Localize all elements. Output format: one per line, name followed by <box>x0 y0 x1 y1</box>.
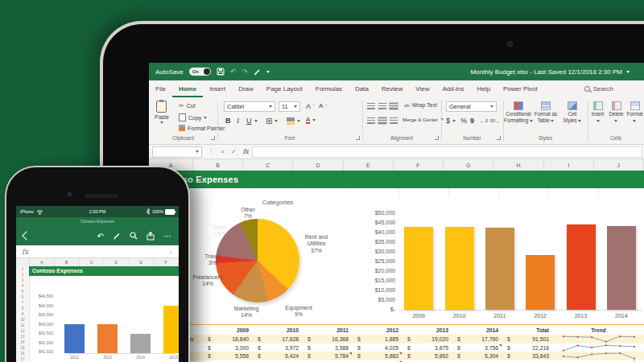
money-cell[interactable]: $3,000 <box>203 343 253 352</box>
undo-icon[interactable]: ↶ <box>230 68 237 76</box>
clipboard-dialog-launcher[interactable] <box>211 136 215 140</box>
phone-column-header-B[interactable]: B <box>55 258 80 266</box>
comma-style-button[interactable]: 9 <box>470 117 474 125</box>
phone-bar-2015[interactable] <box>163 306 179 353</box>
money-cell[interactable]: $17,760 <box>452 335 502 343</box>
trend-cell[interactable] <box>553 335 644 343</box>
bar-2012[interactable] <box>526 255 555 310</box>
tab-page-layout[interactable]: Page Layout <box>260 81 309 97</box>
tab-file[interactable]: File <box>149 81 172 97</box>
money-cell[interactable]: $5,784 <box>303 352 353 360</box>
money-cell[interactable]: $1,885 <box>353 335 402 343</box>
total-cell[interactable]: $91,501 <box>502 335 553 343</box>
font-dialog-launcher[interactable] <box>356 136 360 140</box>
back-icon[interactable] <box>22 231 31 240</box>
title-dropdown-icon[interactable] <box>626 71 630 73</box>
money-cell[interactable]: $4,025 <box>353 343 402 352</box>
qat-dropdown-icon[interactable] <box>266 71 270 73</box>
formula-input[interactable] <box>252 146 642 158</box>
money-cell[interactable]: $17,628 <box>253 335 303 343</box>
copy-button[interactable]: Copy <box>179 113 207 121</box>
tab-data[interactable]: Data <box>349 81 375 97</box>
decrease-decimal-button[interactable]: 00→ <box>490 118 500 123</box>
column-header-D[interactable]: D <box>293 159 343 171</box>
column-header-I[interactable]: I <box>544 159 594 171</box>
tab-formulas[interactable]: Formulas <box>309 81 349 97</box>
column-header-H[interactable]: H <box>493 159 543 171</box>
share-icon[interactable] <box>147 232 155 241</box>
trend-cell[interactable] <box>553 343 644 352</box>
undo-icon-phone[interactable]: ↶ <box>97 232 104 241</box>
money-cell[interactable]: $3,875 <box>402 343 452 352</box>
bar-2010[interactable] <box>445 227 474 310</box>
cut-button[interactable]: ✂ Cut <box>179 102 196 109</box>
increase-decimal-button[interactable]: ←.0 <box>480 118 488 123</box>
column-header-B[interactable]: B <box>193 159 243 171</box>
percent-style-button[interactable]: % <box>460 117 467 125</box>
money-cell[interactable]: $5,424 <box>253 352 303 360</box>
ribbon-search[interactable]: Search <box>584 85 613 93</box>
number-format-select[interactable]: General <box>446 101 497 112</box>
align-right-icon[interactable] <box>390 117 398 124</box>
sheet-title-banner[interactable]: Contoso Expenses <box>149 171 644 188</box>
money-cell[interactable]: $18,840 <box>203 335 253 343</box>
column-header-F[interactable]: F <box>394 159 444 171</box>
worksheet[interactable]: Categories Rent andUtilities37%Equipment… <box>149 188 644 362</box>
pie-chart[interactable]: Categories Rent andUtilities37%Equipment… <box>197 190 358 324</box>
phone-column-header-E[interactable]: E <box>129 258 154 266</box>
tab-review[interactable]: Review <box>375 81 409 97</box>
money-cell[interactable]: $5,556 <box>203 352 253 360</box>
tab-add-ins[interactable]: Add-ins <box>436 81 470 97</box>
format-cells-button[interactable]: Format <box>626 101 643 124</box>
align-top-icon[interactable] <box>367 103 375 109</box>
money-cell[interactable]: $3,588 <box>303 343 353 352</box>
formula-cancel-icon[interactable]: × <box>217 148 228 155</box>
total-cell[interactable]: $22,216 <box>502 343 553 352</box>
font-color-button[interactable]: A <box>306 117 316 124</box>
alignment-dialog-launcher[interactable] <box>435 136 439 140</box>
phone-formula-bar[interactable]: fx ⌄ <box>16 245 179 258</box>
more-icon[interactable]: ⋯ <box>163 232 171 241</box>
wrap-text-button[interactable]: ab Wrap Text <box>404 102 437 108</box>
money-cell[interactable]: $19,020 <box>402 335 452 343</box>
column-header-G[interactable]: G <box>444 159 493 171</box>
conditional-formatting-button[interactable]: ConditionalFormatting <box>505 101 532 124</box>
column-header-J[interactable]: J <box>594 159 644 171</box>
phone-sheet-banner[interactable]: Contoso Expenses <box>29 266 179 276</box>
phone-bar-2012[interactable] <box>64 324 85 353</box>
search-icon-phone[interactable] <box>130 232 138 240</box>
yearly-bar-chart[interactable]: $50,000$45,000$40,000$35,000$30,000$25,0… <box>360 198 644 324</box>
shrink-font-button[interactable]: Aˇ <box>319 102 327 109</box>
align-center-icon[interactable] <box>378 117 386 124</box>
money-cell[interactable]: $16,368 <box>303 335 353 343</box>
expense-table[interactable]: 200920102011201220132014TotalTrendRent a… <box>149 324 644 362</box>
phone-column-header-C[interactable]: C <box>80 258 105 266</box>
font-family-select[interactable]: Calibri <box>224 101 275 112</box>
grow-font-button[interactable]: Aˆ <box>306 102 315 110</box>
tab-home[interactable]: Home <box>172 81 203 97</box>
ink-pen-icon-phone[interactable] <box>113 232 121 240</box>
formula-enter-icon[interactable]: ✓ <box>228 148 240 155</box>
phone-bar-2013[interactable] <box>97 324 118 353</box>
bar-2009[interactable] <box>404 227 433 310</box>
number-dialog-launcher[interactable] <box>497 136 501 140</box>
format-as-table-button[interactable]: Format asTable <box>533 101 559 124</box>
fill-color-button[interactable] <box>287 117 300 125</box>
fx-icon[interactable]: fx <box>239 148 251 155</box>
italic-button[interactable]: I <box>237 117 239 125</box>
bar-2011[interactable] <box>485 228 514 310</box>
money-cell[interactable]: $5,883 <box>353 352 402 360</box>
column-header-E[interactable]: E <box>344 159 394 171</box>
tab-power-pivot[interactable]: Power Pivot <box>497 81 544 97</box>
money-cell[interactable]: $3,756 <box>452 343 502 352</box>
total-cell[interactable]: $33,843 <box>502 352 553 360</box>
bar-2013[interactable] <box>567 224 596 310</box>
save-icon[interactable] <box>217 68 225 76</box>
tab-insert[interactable]: Insert <box>203 81 232 97</box>
money-cell[interactable]: $3,972 <box>253 343 303 352</box>
tab-draw[interactable]: Draw <box>232 81 260 97</box>
underline-button[interactable]: U <box>246 117 258 125</box>
column-header-C[interactable]: C <box>243 159 293 171</box>
phone-column-header-A[interactable]: A <box>30 258 55 266</box>
accounting-format-button[interactable]: $ <box>446 117 456 125</box>
